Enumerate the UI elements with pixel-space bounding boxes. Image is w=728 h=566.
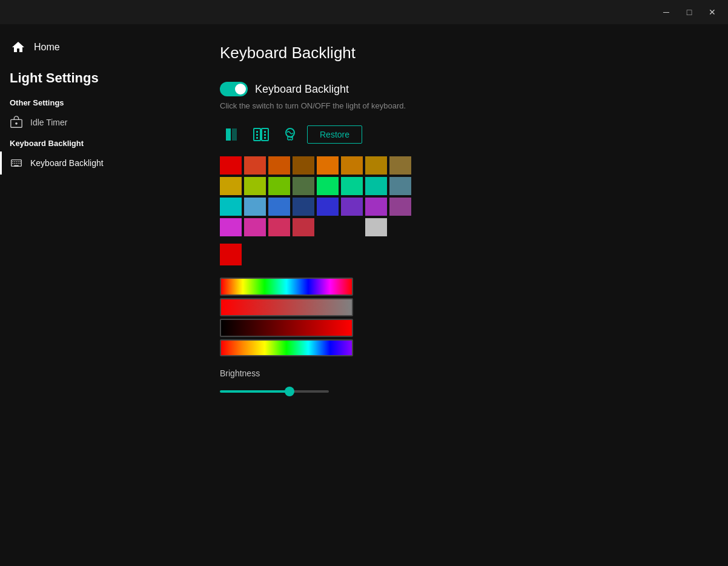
keyboard-backlight-group: Keyboard Backlight [0, 134, 191, 151]
color-swatch-spring-green[interactable] [341, 177, 363, 195]
color-swatch-lime-dark[interactable] [244, 177, 266, 195]
color-swatch-amber[interactable] [341, 156, 363, 175]
svg-rect-13 [14, 165, 19, 167]
svg-rect-19 [256, 134, 258, 136]
maximize-button[interactable]: □ [678, 2, 700, 22]
gradient-sliders [220, 278, 353, 356]
value-slider-row[interactable] [220, 319, 353, 337]
page-title: Keyboard Backlight [220, 44, 699, 62]
color-swatch-silver[interactable] [365, 218, 387, 236]
color-swatch-empty-4 [317, 218, 339, 236]
color-swatch-violet[interactable] [365, 198, 387, 216]
title-bar: ─ □ ✕ [0, 0, 728, 24]
brightness-label: Brightness [220, 368, 699, 378]
restore-button[interactable]: Restore [307, 125, 362, 144]
backlight-toggle-label: Keyboard Backlight [255, 83, 349, 96]
hue-slider-row[interactable] [220, 278, 353, 296]
color-swatch-empty-6 [389, 218, 411, 236]
svg-point-1 [15, 122, 18, 125]
color-swatch-cyan[interactable] [220, 198, 242, 216]
window-controls: ─ □ ✕ [655, 2, 723, 22]
section-title: Light Settings [0, 68, 191, 93]
palette-strip-row [220, 339, 353, 356]
keyboard-icon [10, 156, 23, 170]
sidebar-item-idle-timer[interactable]: Idle Timer [0, 111, 191, 134]
backlight-toggle[interactable] [220, 82, 248, 96]
color-swatch-yellow[interactable] [220, 177, 242, 195]
color-swatch-dark-violet[interactable] [389, 198, 411, 216]
color-swatch-crimson[interactable] [293, 218, 314, 236]
content-inner: Keyboard Backlight Keyboard Backlight Cl… [220, 44, 699, 395]
color-swatch-khaki[interactable] [389, 156, 411, 175]
mode-ai-button[interactable] [278, 122, 302, 147]
color-swatch-teal[interactable] [365, 177, 387, 195]
color-swatch-brown[interactable] [293, 156, 314, 175]
color-swatch-lime[interactable] [268, 177, 290, 195]
color-swatch-blue[interactable] [268, 198, 290, 216]
keyboard-backlight-label: Keyboard Backlight [30, 158, 104, 168]
backlight-header: Keyboard Backlight [220, 82, 699, 96]
color-swatch-olive[interactable] [293, 177, 314, 195]
svg-rect-22 [264, 134, 266, 136]
backlight-description: Click the switch to turn ON/OFF the ligh… [220, 101, 699, 110]
color-swatch-dark-orange[interactable] [268, 156, 290, 175]
color-swatch-hot-pink[interactable] [268, 218, 290, 236]
color-swatch-dark-yellow[interactable] [365, 156, 387, 175]
svg-rect-20 [256, 137, 258, 139]
minimize-button[interactable]: ─ [655, 2, 677, 22]
idle-timer-icon [10, 116, 23, 129]
saturation-slider-row[interactable] [220, 298, 353, 316]
home-nav[interactable]: Home [0, 34, 191, 68]
home-label: Home [34, 42, 60, 53]
color-swatch-red-orange[interactable] [244, 156, 266, 175]
svg-rect-15 [232, 128, 237, 141]
color-swatch-empty-5 [341, 218, 363, 236]
color-swatch-empty-3 [414, 198, 435, 216]
sidebar-item-keyboard-backlight[interactable]: Keyboard Backlight [0, 151, 191, 175]
color-swatch-magenta[interactable] [220, 218, 242, 236]
color-swatch-navy[interactable] [293, 198, 314, 216]
color-swatch-empty-2 [414, 177, 435, 195]
sidebar: Home Light Settings Other Settings Idle … [0, 24, 191, 566]
mode-static-button[interactable] [220, 122, 244, 147]
brightness-slider-wrap [220, 384, 329, 395]
color-grid [220, 156, 699, 236]
idle-timer-label: Idle Timer [30, 118, 67, 127]
color-swatch-red[interactable] [220, 156, 242, 175]
color-swatch-empty-1 [414, 156, 435, 175]
color-swatch-orange[interactable] [317, 156, 339, 175]
selected-color-display [220, 244, 242, 265]
close-button[interactable]: ✕ [701, 2, 723, 22]
color-swatch-sky-blue[interactable] [244, 198, 266, 216]
content-area: Keyboard Backlight Keyboard Backlight Cl… [191, 24, 728, 566]
color-swatch-slate[interactable] [389, 177, 411, 195]
color-swatch-green[interactable] [317, 177, 339, 195]
svg-rect-23 [264, 137, 266, 139]
other-settings-title: Other Settings [0, 93, 191, 111]
home-icon [10, 39, 27, 56]
color-swatch-pink[interactable] [244, 218, 266, 236]
color-swatch-blue-bright[interactable] [317, 198, 339, 216]
app-layout: Home Light Settings Other Settings Idle … [0, 24, 728, 566]
mode-custom-button[interactable] [249, 122, 273, 147]
mode-icons-row: Restore [220, 122, 699, 147]
brightness-slider[interactable] [220, 390, 329, 393]
svg-rect-18 [256, 131, 258, 133]
svg-rect-14 [226, 128, 231, 141]
color-swatch-purple[interactable] [341, 198, 363, 216]
color-swatch-empty-7 [414, 218, 435, 236]
svg-rect-21 [264, 131, 266, 133]
